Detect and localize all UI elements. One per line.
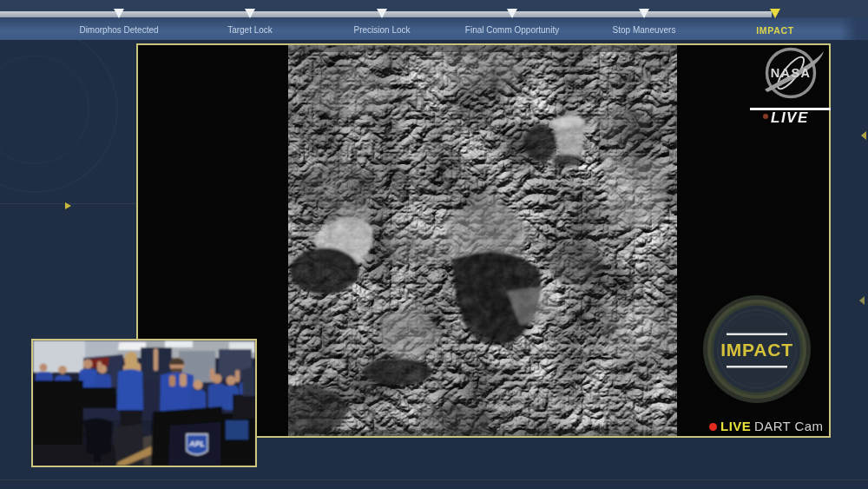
svg-text:NASA: NASA bbox=[771, 66, 812, 80]
svg-text:APL: APL bbox=[188, 439, 205, 448]
svg-text:IMPACT: IMPACT bbox=[720, 340, 793, 360]
